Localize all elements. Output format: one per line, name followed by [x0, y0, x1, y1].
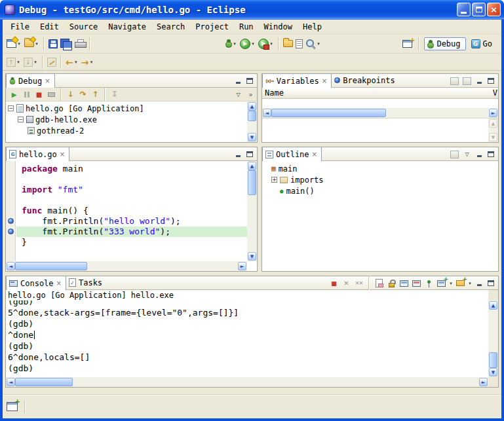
- dropdown-arrow-icon[interactable]: ▾: [269, 41, 274, 46]
- resume-button[interactable]: ▶: [8, 88, 20, 100]
- collapse-all-button[interactable]: [461, 76, 473, 86]
- scroll-left-icon[interactable]: ◄: [7, 262, 15, 270]
- terminate-console-button[interactable]: ■: [328, 278, 339, 289]
- scroll-up-icon[interactable]: ▲: [248, 162, 256, 170]
- scroll-up-icon[interactable]: ▲: [489, 119, 497, 128]
- debug-button[interactable]: ▾: [224, 36, 239, 52]
- close-tab-icon[interactable]: ×: [312, 151, 317, 158]
- console-output[interactable]: (gdb)5^done,stack-args=[frame={level="0"…: [6, 301, 488, 377]
- scroll-right-icon[interactable]: ►: [489, 109, 497, 117]
- maximize-view-button[interactable]: [486, 76, 496, 86]
- remove-launch-button[interactable]: ✕: [341, 278, 352, 289]
- maximize-view-button[interactable]: [486, 278, 496, 288]
- close-tab-icon[interactable]: ×: [322, 77, 327, 84]
- remove-all-launches-button[interactable]: ✕✕: [353, 278, 364, 289]
- menu-item-project[interactable]: Project: [190, 21, 234, 33]
- breakpoint-marker-icon[interactable]: [8, 229, 14, 234]
- suspend-button[interactable]: [20, 88, 33, 100]
- scroll-left-icon[interactable]: ◄: [263, 109, 271, 117]
- variables-column-header[interactable]: Name V: [262, 88, 498, 99]
- editor-vertical-scrollbar[interactable]: ▲ ▼: [247, 161, 257, 261]
- terminate-button[interactable]: ■: [33, 88, 45, 100]
- breakpoints-tab[interactable]: Breakpoints: [332, 73, 398, 87]
- dropdown-arrow-icon[interactable]: ▾: [73, 60, 79, 65]
- view-menu-button[interactable]: ▽: [461, 149, 473, 160]
- search-button[interactable]: ▾: [304, 36, 322, 52]
- menu-item-window[interactable]: Window: [259, 21, 298, 33]
- variables-horizontal-scrollbar[interactable]: ◄ ►: [262, 108, 498, 118]
- code-area[interactable]: package main import "fmt" func main() { …: [16, 161, 247, 261]
- open-file-button[interactable]: [294, 36, 304, 52]
- scroll-left-icon[interactable]: ◄: [7, 378, 15, 386]
- console-tab[interactable]: Console ×: [6, 276, 66, 290]
- scroll-up-icon[interactable]: ▲: [489, 301, 497, 310]
- menu-item-file[interactable]: File: [5, 21, 35, 33]
- scroll-up-icon[interactable]: ▲: [248, 102, 256, 111]
- show-type-names-button[interactable]: [449, 76, 460, 86]
- code-line[interactable]: func main() {: [16, 206, 247, 216]
- show-stderr-button[interactable]: [411, 278, 422, 289]
- step-over-button[interactable]: ↷: [77, 88, 89, 100]
- variables-table-body[interactable]: [262, 99, 498, 108]
- dropdown-arrow-icon[interactable]: ▾: [448, 281, 454, 286]
- open-console-button[interactable]: [455, 278, 466, 289]
- code-line[interactable]: }: [16, 237, 247, 247]
- menu-item-navigate[interactable]: Navigate: [103, 21, 151, 33]
- sort-button[interactable]: [449, 149, 460, 160]
- maximize-view-button[interactable]: [244, 149, 255, 159]
- tasks-tab[interactable]: ✓ Tasks: [66, 276, 106, 289]
- maximize-view-button[interactable]: [486, 149, 496, 159]
- dropdown-arrow-icon[interactable]: ▾: [16, 41, 22, 46]
- disconnect-button[interactable]: [45, 88, 58, 100]
- window-minimize-button[interactable]: [457, 3, 471, 16]
- show-stdout-button[interactable]: [398, 278, 410, 289]
- forward-button[interactable]: →▾: [80, 54, 96, 70]
- dropdown-arrow-icon[interactable]: ▾: [34, 41, 39, 46]
- scrollbar-thumb[interactable]: [248, 111, 256, 121]
- step-into-button[interactable]: ↓: [64, 88, 77, 100]
- outline-row[interactable]: +imports: [271, 174, 498, 185]
- scroll-down-icon[interactable]: ▼: [248, 252, 256, 261]
- minimize-view-button[interactable]: [474, 278, 484, 288]
- debug-view-tab[interactable]: Debug ×: [6, 73, 55, 88]
- dropdown-arrow-icon[interactable]: ▾: [16, 60, 21, 65]
- outline-row[interactable]: ●main(): [271, 185, 498, 196]
- step-return-button[interactable]: ↑: [89, 88, 102, 100]
- new-wizard-button[interactable]: ▾: [5, 36, 23, 52]
- editor-gutter[interactable]: [6, 161, 16, 261]
- code-line[interactable]: fmt.Println("hello world");: [16, 216, 247, 227]
- previous-annotation-button[interactable]: ↑▾: [5, 54, 22, 70]
- debug-tree-vertical-scrollbar[interactable]: ▲ ▼: [247, 101, 257, 142]
- code-line[interactable]: fmt.Println("333 world");: [16, 227, 247, 237]
- editor-tab[interactable]: G hello.go ×: [6, 147, 69, 161]
- scrollbar-thumb[interactable]: [489, 352, 497, 368]
- close-tab-icon[interactable]: ×: [60, 151, 65, 158]
- minimize-view-button[interactable]: [474, 76, 484, 86]
- save-all-button[interactable]: [59, 36, 73, 52]
- scroll-down-icon[interactable]: ▼: [489, 133, 497, 141]
- code-line[interactable]: package main: [16, 164, 247, 174]
- maximize-view-button[interactable]: [244, 76, 255, 86]
- scroll-down-icon[interactable]: ▼: [489, 368, 497, 376]
- new-folder-button[interactable]: ▾: [23, 36, 41, 52]
- open-resource-button[interactable]: [282, 36, 294, 52]
- fast-view-button[interactable]: [7, 401, 18, 412]
- debug-tree-row[interactable]: −hello.go [Go Application]: [6, 103, 257, 114]
- display-selected-console-button[interactable]: [436, 278, 447, 289]
- menu-item-search[interactable]: Search: [151, 21, 190, 33]
- tree-expander-icon[interactable]: +: [271, 177, 277, 183]
- external-tools-button[interactable]: ▶▾: [257, 36, 275, 52]
- open-perspective-button[interactable]: [401, 36, 414, 52]
- drop-to-frame-button[interactable]: ↧: [108, 88, 121, 100]
- close-tab-icon[interactable]: ×: [56, 280, 62, 287]
- window-maximize-button[interactable]: [472, 3, 486, 16]
- pin-console-button[interactable]: [423, 278, 435, 289]
- code-line[interactable]: [16, 174, 247, 185]
- debug-tree-row[interactable]: gothread-2: [6, 125, 257, 136]
- dropdown-arrow-icon[interactable]: ▾: [250, 41, 256, 46]
- menu-item-run[interactable]: Run: [234, 21, 259, 33]
- debug-tree-row[interactable]: −gdb-hello.exe: [6, 114, 257, 125]
- menu-item-help[interactable]: Help: [298, 21, 327, 33]
- editor-horizontal-scrollbar[interactable]: ◄ ►: [6, 261, 247, 271]
- debug-perspective-button[interactable]: Debug: [424, 37, 465, 50]
